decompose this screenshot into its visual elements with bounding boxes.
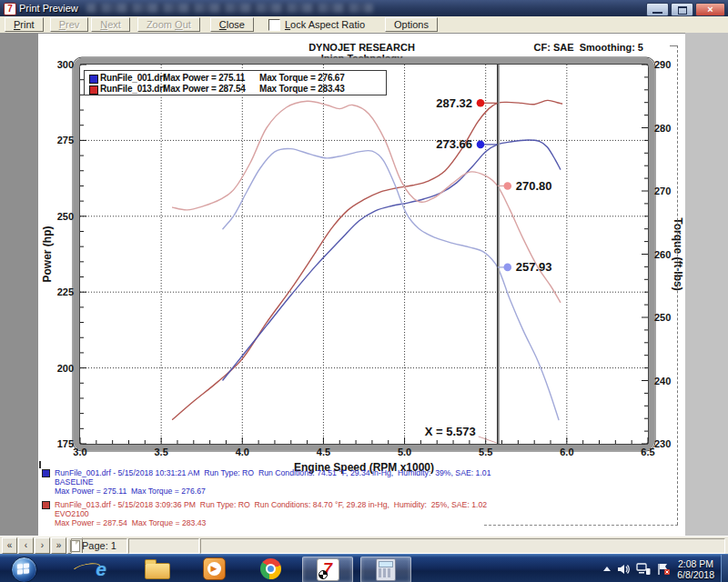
legend-torque: Max Torque = 283.43: [259, 84, 345, 94]
taskbar-item-calculator[interactable]: [360, 557, 411, 582]
svg-text:280: 280: [654, 123, 671, 134]
page-number-panel: Page: 1: [71, 538, 127, 554]
statusbar-panel: [200, 538, 725, 554]
svg-text:5.0: 5.0: [398, 447, 411, 457]
taskbar-item-windows-explorer[interactable]: [133, 557, 182, 581]
svg-text:257.93: 257.93: [516, 260, 552, 274]
annotation-line2: BASELINE: [55, 477, 490, 487]
svg-text:Power (hp): Power (hp): [41, 226, 54, 282]
options-button[interactable]: Options: [385, 17, 438, 32]
legend-row: RunFile_001.drfMax Power = 275.11Max Tor…: [85, 73, 386, 84]
toolbar: PrintPrevNextZoom OutCloseLock Aspect Ra…: [0, 16, 728, 34]
calculator-icon: [376, 558, 396, 581]
action-center-flag-icon[interactable]: [657, 563, 671, 576]
minimize-icon: [652, 12, 662, 14]
run-annotations: RunFile_001.drf - 5/15/2018 10:31:21 AM …: [42, 468, 490, 532]
print-margin-line: [677, 45, 678, 525]
app-icon: 7: [4, 3, 16, 15]
folder-icon: [145, 563, 170, 579]
run-annotation: RunFile_001.drf - 5/15/2018 10:31:21 AM …: [42, 468, 490, 496]
taskbar-item-dynojet-winpep[interactable]: 7: [302, 557, 353, 582]
titlebar: 7 Print Preview ×: [0, 0, 728, 16]
speaker-icon[interactable]: [617, 563, 630, 576]
svg-text:6.5: 6.5: [641, 447, 654, 457]
legend-row: RunFile_013.drfMax Power = 287.54Max Tor…: [85, 84, 386, 95]
clock-date: 6/8/2018: [677, 569, 714, 580]
print-margin-corner: [670, 45, 678, 46]
preview-gutter: [685, 33, 728, 536]
legend-file: RunFile_001.drf: [100, 73, 166, 83]
svg-text:200: 200: [57, 363, 74, 374]
close-button[interactable]: Close: [210, 17, 254, 32]
preview-page: DYNOJET RESEARCH Injen Technology CF: SA…: [38, 34, 685, 536]
zoom-out-button[interactable]: Zoom Out: [137, 17, 200, 32]
prev-button[interactable]: Prev: [50, 17, 89, 32]
minimize-button[interactable]: [646, 3, 669, 16]
first-page-button[interactable]: «: [2, 537, 17, 554]
show-desktop-button[interactable]: [721, 555, 728, 582]
svg-text:3.0: 3.0: [73, 447, 86, 457]
internet-explorer-icon: e: [96, 558, 106, 580]
run-color-swatch: [42, 469, 50, 477]
svg-text:260: 260: [654, 249, 671, 260]
svg-text:270.80: 270.80: [516, 179, 552, 193]
dynojet-winpep-icon: 7: [317, 558, 339, 581]
svg-text:250: 250: [654, 312, 671, 323]
maximize-button[interactable]: [671, 3, 693, 16]
taskbar-clock[interactable]: 2:08 PM 6/8/2018: [677, 558, 714, 580]
annotation-line1: RunFile_001.drf - 5/15/2018 10:31:21 AM …: [55, 468, 490, 477]
print-preview-area: DYNOJET RESEARCH Injen Technology CF: SA…: [0, 33, 728, 536]
hidden-icons-arrow-icon[interactable]: [603, 567, 611, 571]
next-button[interactable]: Next: [91, 17, 130, 32]
taskbar-item-media-player[interactable]: ▶: [189, 557, 238, 581]
lock-aspect-ratio-checkbox[interactable]: [268, 19, 280, 31]
statusbar: «‹›» Page: 1: [0, 536, 728, 555]
windows-logo-icon: [17, 563, 29, 575]
svg-text:6.0: 6.0: [560, 447, 573, 457]
desktop-screen: 7 Print Preview × PrintPrevNextZoom OutC…: [0, 0, 728, 582]
svg-text:250: 250: [57, 211, 74, 222]
close-button[interactable]: ×: [695, 3, 725, 16]
legend-power: Max Power = 287.54: [163, 84, 246, 94]
page-margin-tick: [39, 461, 41, 468]
print-margin-bottom-line: [484, 525, 678, 526]
annotation-line3: Max Power = 287.54 Max Torque = 283.43: [55, 518, 490, 527]
svg-text:287.32: 287.32: [436, 96, 472, 110]
start-button[interactable]: [11, 557, 37, 582]
run-color-swatch: [42, 501, 50, 509]
legend-torque: Max Torque = 276.67: [259, 73, 345, 83]
svg-text:175: 175: [57, 438, 74, 449]
prev-page-button[interactable]: ‹: [18, 537, 34, 554]
maximize-icon: [678, 6, 687, 15]
svg-text:225: 225: [57, 286, 74, 297]
svg-text:230: 230: [654, 438, 671, 449]
close-icon: ×: [696, 4, 724, 15]
annotation-line2: EVO2100: [55, 509, 490, 518]
last-page-button[interactable]: »: [51, 537, 66, 554]
svg-text:Torque (ft-lbs): Torque (ft-lbs): [672, 217, 684, 290]
svg-text:240: 240: [654, 376, 671, 386]
taskbar-item-internet-explorer[interactable]: e: [76, 557, 126, 581]
svg-text:270: 270: [654, 186, 671, 196]
legend-file: RunFile_013.drf: [100, 84, 166, 94]
chart-legend: RunFile_001.drfMax Power = 275.11Max Tor…: [84, 70, 387, 95]
taskbar-item-chrome[interactable]: [246, 557, 295, 581]
media-player-icon: ▶: [203, 557, 226, 580]
window-title: Print Preview: [19, 3, 78, 14]
dyno-chart: 3.03.54.04.55.05.56.06.51752002252502753…: [38, 34, 685, 536]
svg-text:275: 275: [57, 135, 74, 146]
network-icon[interactable]: [636, 563, 651, 576]
svg-text:290: 290: [654, 59, 671, 70]
svg-text:300: 300: [57, 59, 74, 70]
svg-text:273.66: 273.66: [436, 137, 472, 151]
taskbar: e ▶ 7: [0, 554, 728, 582]
annotation-line1: RunFile_013.drf - 5/15/2018 3:09:36 PM R…: [55, 500, 490, 509]
print-button[interactable]: Print: [5, 17, 44, 32]
next-page-button[interactable]: ›: [35, 537, 50, 554]
svg-text:3.5: 3.5: [154, 447, 167, 457]
run-annotation: RunFile_013.drf - 5/15/2018 3:09:36 PM R…: [42, 500, 490, 527]
legend-color-swatch: [89, 85, 98, 95]
legend-color-swatch: [89, 75, 98, 84]
clock-time: 2:08 PM: [677, 558, 714, 569]
svg-text:5.5: 5.5: [479, 447, 492, 457]
